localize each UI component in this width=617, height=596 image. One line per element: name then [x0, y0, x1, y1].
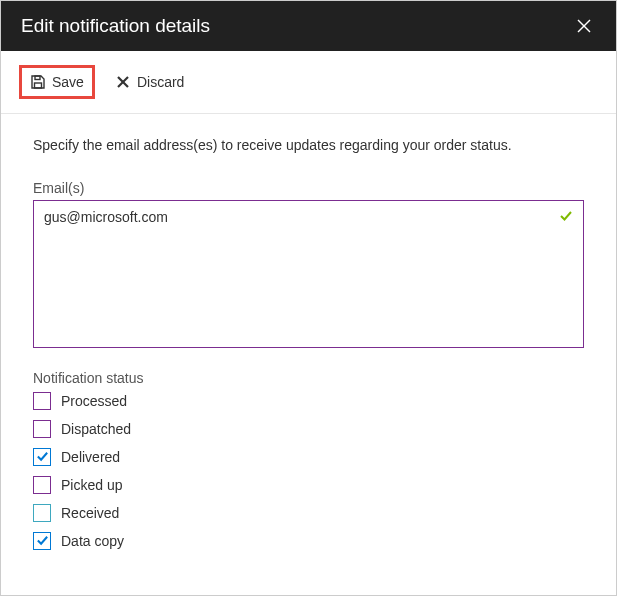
discard-icon: [115, 74, 131, 90]
status-item-picked-up[interactable]: Picked up: [33, 476, 584, 494]
valid-checkmark-icon: [559, 209, 573, 226]
dialog-header: Edit notification details: [1, 1, 616, 51]
status-item-processed[interactable]: Processed: [33, 392, 584, 410]
email-value: gus@microsoft.com: [44, 209, 168, 225]
status-label: Delivered: [61, 449, 120, 465]
emails-label: Email(s): [33, 180, 584, 196]
checkbox-delivered[interactable]: [33, 448, 51, 466]
status-item-dispatched[interactable]: Dispatched: [33, 420, 584, 438]
save-icon: [30, 74, 46, 90]
svg-rect-2: [35, 83, 42, 88]
checkbox-processed[interactable]: [33, 392, 51, 410]
discard-button[interactable]: Discard: [107, 68, 192, 96]
svg-rect-3: [35, 76, 40, 80]
status-label: Dispatched: [61, 421, 131, 437]
check-icon: [36, 534, 49, 547]
save-label: Save: [52, 74, 84, 90]
checkbox-data-copy[interactable]: [33, 532, 51, 550]
instruction-text: Specify the email address(es) to receive…: [33, 136, 584, 156]
content-area: Specify the email address(es) to receive…: [1, 114, 616, 550]
status-item-data-copy[interactable]: Data copy: [33, 532, 584, 550]
checkbox-received[interactable]: [33, 504, 51, 522]
check-icon: [36, 450, 49, 463]
notification-status-label: Notification status: [33, 370, 584, 386]
status-item-received[interactable]: Received: [33, 504, 584, 522]
status-label: Processed: [61, 393, 127, 409]
toolbar: Save Discard: [1, 51, 616, 114]
status-label: Received: [61, 505, 119, 521]
checkbox-picked-up[interactable]: [33, 476, 51, 494]
close-icon: [576, 18, 592, 34]
save-button[interactable]: Save: [19, 65, 95, 99]
dialog-title: Edit notification details: [21, 15, 210, 37]
emails-input[interactable]: gus@microsoft.com: [33, 200, 584, 348]
notification-status-list: Processed Dispatched Delivered Picked up: [33, 392, 584, 550]
close-button[interactable]: [568, 10, 600, 42]
status-label: Data copy: [61, 533, 124, 549]
checkbox-dispatched[interactable]: [33, 420, 51, 438]
status-item-delivered[interactable]: Delivered: [33, 448, 584, 466]
status-label: Picked up: [61, 477, 122, 493]
discard-label: Discard: [137, 74, 184, 90]
